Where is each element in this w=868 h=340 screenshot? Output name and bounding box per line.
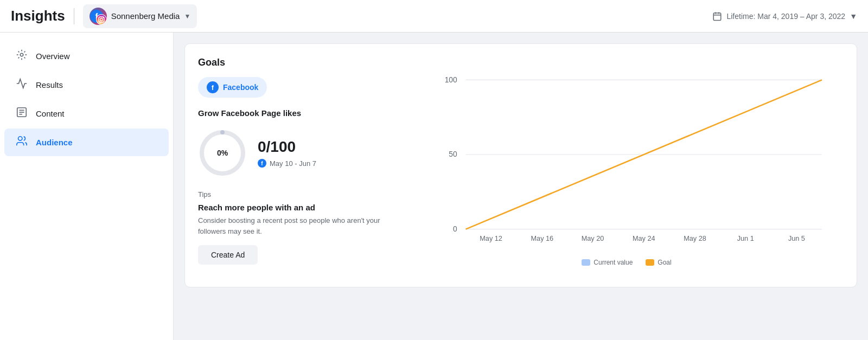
results-icon [15,78,28,92]
svg-point-24 [18,137,22,140]
sidebar-item-audience[interactable]: Audience [4,129,169,156]
goals-title: Goals [198,57,393,68]
calendar-icon [712,11,722,21]
date-range-chevron-icon: ▼ [850,12,857,21]
facebook-label: Facebook [223,83,258,92]
account-name: Sonnenberg Media [111,11,180,21]
goal-progress-row: 0% 0/100 f May 10 - Jun 7 [198,129,393,177]
goal-facebook-icon: f [258,159,266,168]
audience-icon [15,135,28,150]
sidebar-item-label-audience: Audience [36,138,73,147]
date-range-section[interactable]: Lifetime: Mar 4, 2019 – Apr 3, 2022 ▼ [712,11,857,21]
legend-goal-color [646,259,654,266]
tips-text: Consider boosting a recent post so peopl… [198,215,393,236]
topbar-divider [74,8,74,24]
topbar: Insights f [0,0,868,33]
facebook-logo-icon: f [207,81,219,93]
content-icon [15,106,28,121]
chart-container: 100 50 0 [410,57,844,274]
circle-progress: 0% [198,129,247,177]
legend-goal-label: Goal [658,259,671,266]
svg-rect-7 [714,13,722,21]
legend-current-value: Current value [582,259,633,266]
svg-text:May 24: May 24 [633,235,655,242]
svg-text:May 28: May 28 [684,235,706,242]
sidebar-item-label-results: Results [36,80,63,89]
svg-text:100: 100 [445,76,457,84]
goals-card: Goals f Facebook Grow Facebook Page like… [184,43,857,287]
chart-legend: Current value Goal [410,259,844,266]
chevron-down-icon: ▼ [184,12,190,20]
svg-text:Jun 1: Jun 1 [737,235,754,242]
progress-percent: 0% [217,149,228,157]
page-title: Insights [11,8,65,24]
tips-heading: Reach more people with an ad [198,203,393,212]
svg-line-16 [18,52,20,53]
svg-point-6 [103,17,104,18]
goal-fraction: 0/100 [258,138,316,156]
sidebar-item-label-overview: Overview [36,52,70,61]
overview-icon [15,49,28,63]
svg-point-3 [97,15,106,24]
account-icon: f [90,8,107,25]
facebook-filter-button[interactable]: f Facebook [198,77,267,98]
tips-label: Tips [198,190,393,198]
card-left: Goals f Facebook Grow Facebook Page like… [198,57,393,274]
svg-text:May 16: May 16 [531,235,554,242]
svg-line-19 [24,52,25,53]
sidebar-item-overview[interactable]: Overview [4,42,169,70]
svg-text:50: 50 [449,150,457,158]
svg-text:Jun 5: Jun 5 [788,235,805,242]
date-range-label: Lifetime: Mar 4, 2019 – Apr 3, 2022 [726,12,845,21]
goal-date-range: May 10 - Jun 7 [270,159,316,168]
main-layout: Overview Results Content Audience Go [0,33,868,340]
goal-chart: 100 50 0 [410,57,844,252]
svg-text:0: 0 [453,225,457,233]
svg-text:May 12: May 12 [480,235,502,242]
sidebar-item-content[interactable]: Content [4,100,169,127]
content-area: Goals f Facebook Grow Facebook Page like… [174,33,868,340]
card-right: 100 50 0 [410,57,844,274]
goal-numbers: 0/100 f May 10 - Jun 7 [258,138,316,168]
legend-goal: Goal [646,259,671,266]
legend-current-label: Current value [593,259,633,266]
goal-description: Grow Facebook Page likes [198,108,393,118]
svg-line-18 [18,57,20,59]
svg-point-11 [20,53,23,56]
svg-text:May 20: May 20 [582,235,604,242]
goal-date-row: f May 10 - Jun 7 [258,159,316,168]
legend-current-color [582,259,590,266]
sidebar: Overview Results Content Audience [0,33,174,340]
sidebar-item-results[interactable]: Results [4,71,169,99]
create-ad-button[interactable]: Create Ad [198,245,258,265]
svg-line-17 [24,57,25,59]
sidebar-item-label-content: Content [36,109,65,118]
account-selector[interactable]: f [83,4,197,28]
